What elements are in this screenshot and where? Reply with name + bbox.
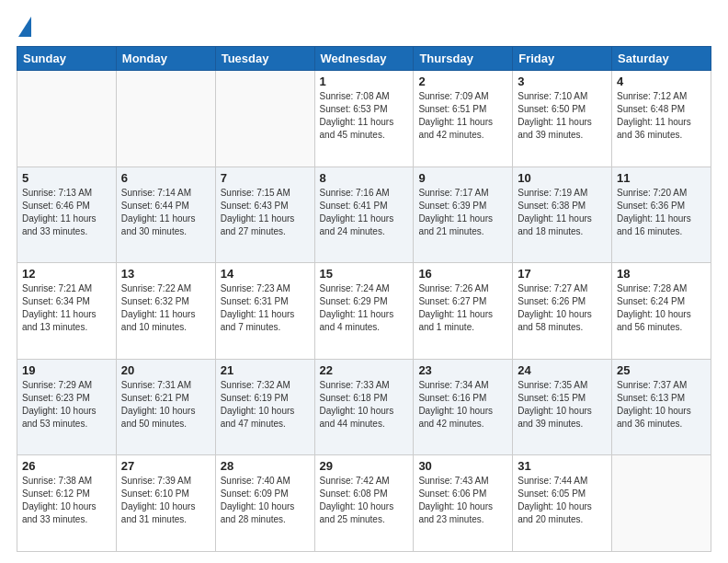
day-info: Sunrise: 7:23 AM Sunset: 6:31 PM Dayligh… <box>221 282 310 334</box>
day-info: Sunrise: 7:32 AM Sunset: 6:19 PM Dayligh… <box>221 379 310 431</box>
day-number: 13 <box>121 267 210 281</box>
day-info: Sunrise: 7:39 AM Sunset: 6:10 PM Dayligh… <box>121 475 210 526</box>
day-info: Sunrise: 7:22 AM Sunset: 6:32 PM Dayligh… <box>121 282 210 334</box>
day-info: Sunrise: 7:28 AM Sunset: 6:24 PM Dayligh… <box>617 282 706 334</box>
day-info: Sunrise: 7:19 AM Sunset: 6:38 PM Dayligh… <box>518 187 607 238</box>
calendar-cell: 28Sunrise: 7:40 AM Sunset: 6:09 PM Dayli… <box>215 455 314 552</box>
day-number: 17 <box>518 267 607 281</box>
day-info: Sunrise: 7:12 AM Sunset: 6:48 PM Dayligh… <box>617 90 706 142</box>
day-info: Sunrise: 7:14 AM Sunset: 6:44 PM Dayligh… <box>121 187 210 238</box>
day-number: 1 <box>320 75 409 88</box>
calendar-week-0: 1Sunrise: 7:08 AM Sunset: 6:53 PM Daylig… <box>17 71 711 167</box>
logo-triangle-icon <box>18 17 31 37</box>
weekday-header-thursday: Thursday <box>414 47 513 71</box>
day-number: 26 <box>22 459 111 473</box>
calendar-cell: 12Sunrise: 7:21 AM Sunset: 6:34 PM Dayli… <box>17 263 117 360</box>
day-info: Sunrise: 7:31 AM Sunset: 6:21 PM Dayligh… <box>121 379 210 431</box>
logo <box>17 17 31 39</box>
calendar-cell: 30Sunrise: 7:43 AM Sunset: 6:06 PM Dayli… <box>414 455 513 552</box>
day-number: 24 <box>518 363 607 377</box>
day-number: 18 <box>617 267 706 281</box>
calendar-cell <box>17 71 117 167</box>
day-info: Sunrise: 7:24 AM Sunset: 6:29 PM Dayligh… <box>320 282 409 334</box>
calendar-cell: 2Sunrise: 7:09 AM Sunset: 6:51 PM Daylig… <box>414 71 513 167</box>
calendar-cell: 8Sunrise: 7:16 AM Sunset: 6:41 PM Daylig… <box>314 167 414 263</box>
calendar-cell: 13Sunrise: 7:22 AM Sunset: 6:32 PM Dayli… <box>116 263 215 360</box>
day-number: 27 <box>121 459 210 473</box>
calendar-cell: 3Sunrise: 7:10 AM Sunset: 6:50 PM Daylig… <box>513 71 612 167</box>
weekday-header-tuesday: Tuesday <box>215 47 314 71</box>
day-info: Sunrise: 7:38 AM Sunset: 6:12 PM Dayligh… <box>22 475 111 526</box>
weekday-header-friday: Friday <box>513 47 612 71</box>
day-info: Sunrise: 7:44 AM Sunset: 6:05 PM Dayligh… <box>518 475 607 526</box>
day-number: 15 <box>320 267 409 281</box>
day-info: Sunrise: 7:08 AM Sunset: 6:53 PM Dayligh… <box>320 90 409 142</box>
day-info: Sunrise: 7:16 AM Sunset: 6:41 PM Dayligh… <box>320 187 409 238</box>
calendar-cell: 1Sunrise: 7:08 AM Sunset: 6:53 PM Daylig… <box>314 71 414 167</box>
day-info: Sunrise: 7:40 AM Sunset: 6:09 PM Dayligh… <box>221 475 310 526</box>
calendar-cell: 9Sunrise: 7:17 AM Sunset: 6:39 PM Daylig… <box>414 167 513 263</box>
calendar-week-1: 5Sunrise: 7:13 AM Sunset: 6:46 PM Daylig… <box>17 167 711 263</box>
day-number: 21 <box>221 363 310 377</box>
day-number: 25 <box>617 363 706 377</box>
calendar-cell: 4Sunrise: 7:12 AM Sunset: 6:48 PM Daylig… <box>612 71 711 167</box>
day-info: Sunrise: 7:29 AM Sunset: 6:23 PM Dayligh… <box>22 379 111 431</box>
day-number: 31 <box>518 459 607 473</box>
day-number: 19 <box>22 363 111 377</box>
calendar-cell: 27Sunrise: 7:39 AM Sunset: 6:10 PM Dayli… <box>116 455 215 552</box>
day-number: 12 <box>22 267 111 281</box>
day-number: 22 <box>320 363 409 377</box>
calendar-cell: 21Sunrise: 7:32 AM Sunset: 6:19 PM Dayli… <box>215 359 314 455</box>
day-info: Sunrise: 7:42 AM Sunset: 6:08 PM Dayligh… <box>320 475 409 526</box>
calendar-cell: 5Sunrise: 7:13 AM Sunset: 6:46 PM Daylig… <box>17 167 117 263</box>
calendar-cell: 16Sunrise: 7:26 AM Sunset: 6:27 PM Dayli… <box>414 263 513 360</box>
day-number: 20 <box>121 363 210 377</box>
day-number: 2 <box>418 75 507 88</box>
day-number: 30 <box>418 459 507 473</box>
day-info: Sunrise: 7:13 AM Sunset: 6:46 PM Dayligh… <box>22 187 111 238</box>
day-number: 4 <box>617 75 706 88</box>
day-number: 5 <box>22 171 111 185</box>
calendar-cell: 11Sunrise: 7:20 AM Sunset: 6:36 PM Dayli… <box>612 167 711 263</box>
day-number: 14 <box>221 267 310 281</box>
day-info: Sunrise: 7:17 AM Sunset: 6:39 PM Dayligh… <box>418 187 507 238</box>
calendar-cell: 26Sunrise: 7:38 AM Sunset: 6:12 PM Dayli… <box>17 455 117 552</box>
calendar-week-4: 26Sunrise: 7:38 AM Sunset: 6:12 PM Dayli… <box>17 455 711 552</box>
day-info: Sunrise: 7:09 AM Sunset: 6:51 PM Dayligh… <box>418 90 507 142</box>
calendar-cell: 18Sunrise: 7:28 AM Sunset: 6:24 PM Dayli… <box>612 263 711 360</box>
calendar-cell: 15Sunrise: 7:24 AM Sunset: 6:29 PM Dayli… <box>314 263 414 360</box>
day-number: 6 <box>121 171 210 185</box>
day-number: 29 <box>320 459 409 473</box>
day-info: Sunrise: 7:34 AM Sunset: 6:16 PM Dayligh… <box>418 379 507 431</box>
calendar-cell: 29Sunrise: 7:42 AM Sunset: 6:08 PM Dayli… <box>314 455 414 552</box>
day-number: 8 <box>320 171 409 185</box>
calendar-cell: 31Sunrise: 7:44 AM Sunset: 6:05 PM Dayli… <box>513 455 612 552</box>
weekday-header-sunday: Sunday <box>17 47 117 71</box>
calendar-cell: 23Sunrise: 7:34 AM Sunset: 6:16 PM Dayli… <box>414 359 513 455</box>
day-number: 16 <box>418 267 507 281</box>
calendar-cell <box>116 71 215 167</box>
calendar-table: SundayMondayTuesdayWednesdayThursdayFrid… <box>17 46 711 552</box>
calendar-cell: 17Sunrise: 7:27 AM Sunset: 6:26 PM Dayli… <box>513 263 612 360</box>
weekday-header-monday: Monday <box>116 47 215 71</box>
day-number: 11 <box>617 171 706 185</box>
weekday-header-saturday: Saturday <box>612 47 711 71</box>
day-info: Sunrise: 7:43 AM Sunset: 6:06 PM Dayligh… <box>418 475 507 526</box>
calendar-cell: 10Sunrise: 7:19 AM Sunset: 6:38 PM Dayli… <box>513 167 612 263</box>
day-info: Sunrise: 7:26 AM Sunset: 6:27 PM Dayligh… <box>418 282 507 334</box>
day-info: Sunrise: 7:37 AM Sunset: 6:13 PM Dayligh… <box>617 379 706 431</box>
calendar-cell: 6Sunrise: 7:14 AM Sunset: 6:44 PM Daylig… <box>116 167 215 263</box>
calendar-cell <box>215 71 314 167</box>
day-info: Sunrise: 7:27 AM Sunset: 6:26 PM Dayligh… <box>518 282 607 334</box>
weekday-header-wednesday: Wednesday <box>314 47 414 71</box>
day-number: 3 <box>518 75 607 88</box>
day-info: Sunrise: 7:10 AM Sunset: 6:50 PM Dayligh… <box>518 90 607 142</box>
day-number: 7 <box>221 171 310 185</box>
day-number: 9 <box>418 171 507 185</box>
day-info: Sunrise: 7:20 AM Sunset: 6:36 PM Dayligh… <box>617 187 706 238</box>
page: SundayMondayTuesdayWednesdayThursdayFrid… <box>0 0 728 563</box>
calendar-cell: 7Sunrise: 7:15 AM Sunset: 6:43 PM Daylig… <box>215 167 314 263</box>
day-info: Sunrise: 7:21 AM Sunset: 6:34 PM Dayligh… <box>22 282 111 334</box>
calendar-cell <box>612 455 711 552</box>
calendar-cell: 24Sunrise: 7:35 AM Sunset: 6:15 PM Dayli… <box>513 359 612 455</box>
